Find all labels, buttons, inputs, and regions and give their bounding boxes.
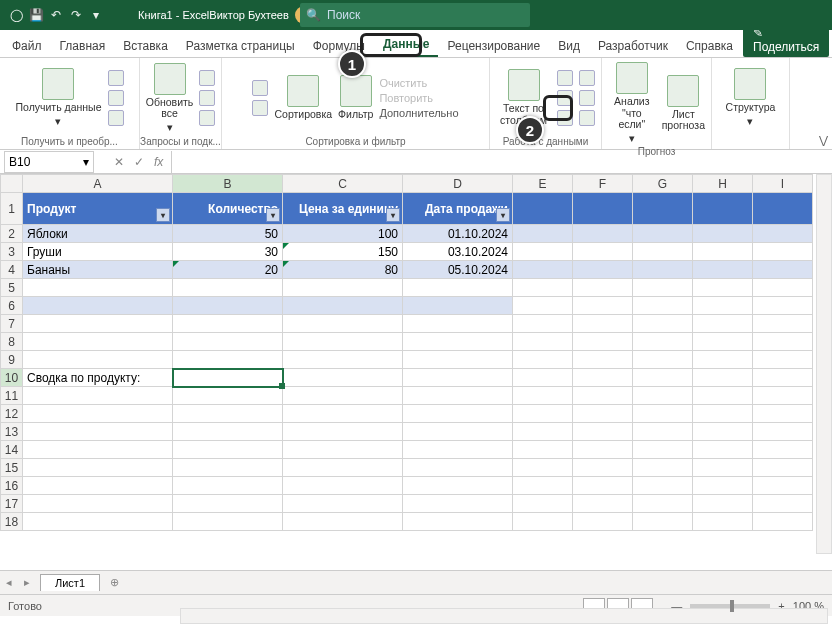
cell[interactable]: Яблоки xyxy=(23,225,173,243)
row-18[interactable]: 18 xyxy=(1,513,23,531)
cancel-icon[interactable]: ✕ xyxy=(114,155,124,169)
header-qty[interactable]: Количество▾ xyxy=(173,193,283,225)
cell[interactable]: 05.10.2024 xyxy=(403,261,513,279)
tab-home[interactable]: Главная xyxy=(52,35,114,57)
col-B[interactable]: B xyxy=(173,175,283,193)
outline-button[interactable]: Структура▾ xyxy=(726,68,776,127)
row-16[interactable]: 16 xyxy=(1,477,23,495)
tab-data[interactable]: Данные xyxy=(375,33,438,57)
header-price[interactable]: Цена за единицу▾ xyxy=(283,193,403,225)
consolidate-icon[interactable] xyxy=(579,70,595,86)
user-name[interactable]: Виктор Бухтеев xyxy=(209,9,288,21)
cell[interactable]: Бананы xyxy=(23,261,173,279)
reapply-button[interactable]: Повторить xyxy=(379,92,433,104)
formula-input[interactable] xyxy=(171,151,832,173)
name-box[interactable]: B10▾ xyxy=(4,151,94,173)
refresh-all-button[interactable]: Обновить все▾ xyxy=(146,63,194,134)
row-5[interactable]: 5 xyxy=(1,279,23,297)
what-if-button[interactable]: Анализ "что если"▾ xyxy=(608,62,656,144)
error-indicator-icon[interactable] xyxy=(283,261,289,267)
share-button[interactable]: ✎ Поделиться xyxy=(743,30,829,57)
cell[interactable]: 50 xyxy=(173,225,283,243)
tab-view[interactable]: Вид xyxy=(550,35,588,57)
header-date[interactable]: Дата продажи▾ xyxy=(403,193,513,225)
col-G[interactable]: G xyxy=(633,175,693,193)
properties-icon[interactable] xyxy=(199,90,215,106)
remove-dup-icon[interactable] xyxy=(557,90,573,106)
row-15[interactable]: 15 xyxy=(1,459,23,477)
tab-formulas[interactable]: Формулы xyxy=(305,35,373,57)
sort-az-icon[interactable] xyxy=(252,80,268,96)
col-C[interactable]: C xyxy=(283,175,403,193)
row-4[interactable]: 4 xyxy=(1,261,23,279)
relationships-icon[interactable] xyxy=(579,90,595,106)
col-D[interactable]: D xyxy=(403,175,513,193)
autosave-toggle[interactable]: ◯ xyxy=(8,7,24,23)
header-product[interactable]: Продукт▾ xyxy=(23,193,173,225)
from-text-icon[interactable] xyxy=(108,70,124,86)
row-8[interactable]: 8 xyxy=(1,333,23,351)
new-sheet-button[interactable]: ⊕ xyxy=(100,576,129,589)
redo-icon[interactable]: ↷ xyxy=(68,7,84,23)
row-13[interactable]: 13 xyxy=(1,423,23,441)
filter-dropdown-icon[interactable]: ▾ xyxy=(496,208,510,222)
save-icon[interactable]: 💾 xyxy=(28,7,44,23)
cell[interactable]: 01.10.2024 xyxy=(403,225,513,243)
col-E[interactable]: E xyxy=(513,175,573,193)
row-9[interactable]: 9 xyxy=(1,351,23,369)
filter-dropdown-icon[interactable]: ▾ xyxy=(386,208,400,222)
cell[interactable]: 100 xyxy=(283,225,403,243)
accept-icon[interactable]: ✓ xyxy=(134,155,144,169)
advanced-filter-button[interactable]: Дополнительно xyxy=(379,107,458,119)
row-17[interactable]: 17 xyxy=(1,495,23,513)
row-12[interactable]: 12 xyxy=(1,405,23,423)
cell[interactable]: 03.10.2024 xyxy=(403,243,513,261)
data-model-icon[interactable] xyxy=(579,110,595,126)
row-2[interactable]: 2 xyxy=(1,225,23,243)
row-1[interactable]: 1 xyxy=(1,193,23,225)
col-I[interactable]: I xyxy=(753,175,813,193)
sort-button[interactable]: Сортировка xyxy=(274,75,332,121)
clear-filter-button[interactable]: Очистить xyxy=(379,77,427,89)
filter-button[interactable]: Фильтр xyxy=(338,75,373,121)
row-7[interactable]: 7 xyxy=(1,315,23,333)
tab-file[interactable]: Файл xyxy=(4,35,50,57)
row-6[interactable]: 6 xyxy=(1,297,23,315)
cell[interactable]: 80 xyxy=(283,261,403,279)
sort-za-icon[interactable] xyxy=(252,100,268,116)
cell[interactable]: 150 xyxy=(283,243,403,261)
tab-help[interactable]: Справка xyxy=(678,35,741,57)
cell[interactable]: Груши xyxy=(23,243,173,261)
tab-layout[interactable]: Разметка страницы xyxy=(178,35,303,57)
select-all-button[interactable] xyxy=(1,175,23,193)
from-web-icon[interactable] xyxy=(108,90,124,106)
undo-icon[interactable]: ↶ xyxy=(48,7,64,23)
tab-review[interactable]: Рецензирование xyxy=(440,35,549,57)
fx-icon[interactable]: fx xyxy=(154,155,163,169)
flash-fill-icon[interactable] xyxy=(557,70,573,86)
sheet-tab[interactable]: Лист1 xyxy=(40,574,100,591)
get-data-button[interactable]: Получить данные▾ xyxy=(15,68,101,127)
tab-developer[interactable]: Разработчик xyxy=(590,35,676,57)
col-F[interactable]: F xyxy=(573,175,633,193)
active-cell[interactable] xyxy=(173,369,283,387)
forecast-sheet-button[interactable]: Лист прогноза xyxy=(662,75,705,132)
col-A[interactable]: A xyxy=(23,175,173,193)
filter-dropdown-icon[interactable]: ▾ xyxy=(266,208,280,222)
tab-nav-prev[interactable]: ◂ xyxy=(0,576,18,589)
row-10[interactable]: 10 xyxy=(1,369,23,387)
filter-dropdown-icon[interactable]: ▾ xyxy=(156,208,170,222)
qat-dropdown[interactable]: ▾ xyxy=(88,7,104,23)
cell[interactable]: 20 xyxy=(173,261,283,279)
search-box[interactable]: 🔍 Поиск xyxy=(300,3,530,27)
col-H[interactable]: H xyxy=(693,175,753,193)
error-indicator-icon[interactable] xyxy=(283,243,289,249)
zoom-slider[interactable] xyxy=(690,604,770,608)
row-11[interactable]: 11 xyxy=(1,387,23,405)
from-table-icon[interactable] xyxy=(108,110,124,126)
tab-nav-next[interactable]: ▸ xyxy=(18,576,36,589)
row-3[interactable]: 3 xyxy=(1,243,23,261)
edit-links-icon[interactable] xyxy=(199,110,215,126)
tab-insert[interactable]: Вставка xyxy=(115,35,176,57)
collapse-ribbon-icon[interactable]: ⋁ xyxy=(819,134,828,147)
